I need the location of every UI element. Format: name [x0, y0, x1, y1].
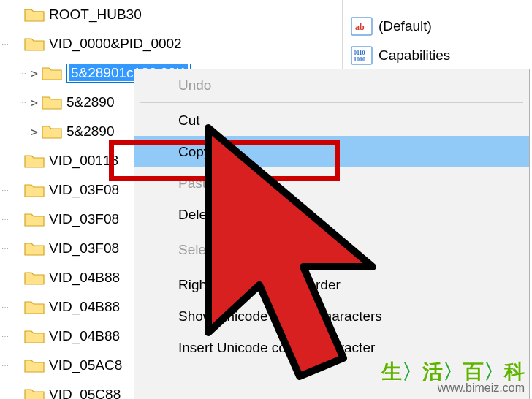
wm-char: 科	[504, 360, 525, 383]
tree-connector: ⋯	[0, 11, 10, 19]
value-label: Capabilities	[379, 48, 450, 64]
tree-connector: ⋯	[0, 332, 10, 341]
tree-item-label: VID_05C88	[49, 387, 121, 399]
tree-expander[interactable]: >	[27, 96, 42, 110]
ctx-label: Select All	[178, 242, 235, 258]
folder-icon	[24, 182, 45, 198]
tree-connector: ⋯	[0, 362, 10, 370]
watermark: 生〉活〉百〉科 www.bimeiz.com	[381, 361, 525, 395]
tree-connector: ⋯	[0, 216, 10, 224]
tree-connector: ⋯	[0, 157, 10, 165]
folder-icon	[24, 270, 45, 286]
tree-item-label: ROOT_HUB30	[49, 7, 142, 23]
folder-icon	[24, 240, 45, 256]
tree-connector: ⋯	[18, 99, 27, 107]
tree-item-label: VID_0000&PID_0002	[49, 36, 182, 52]
tree-connector: ⋯	[0, 303, 10, 311]
ctx-select-all[interactable]: Select All	[134, 234, 529, 265]
folder-icon	[24, 36, 45, 52]
tree-connector: ⋯	[0, 391, 10, 399]
wm-char: 百	[463, 360, 484, 383]
wm-char: 生	[381, 360, 402, 383]
tree-connector: ⋯	[0, 186, 10, 194]
folder-icon	[24, 357, 45, 373]
folder-icon	[42, 65, 62, 81]
ctx-separator	[140, 267, 523, 267]
value-row-default[interactable]: ab (Default)	[345, 12, 532, 41]
ctx-copy[interactable]: Copy	[134, 136, 529, 167]
tree-connector: ⋯	[18, 69, 27, 77]
binary-value-icon: 01101010	[351, 46, 373, 65]
folder-icon	[24, 328, 45, 344]
ctx-label: Undo	[178, 77, 211, 94]
tree-expander[interactable]: >	[27, 66, 42, 80]
ctx-cut[interactable]: Cut	[134, 104, 529, 136]
ctx-show-unicode[interactable]: Show Unicode control characters	[134, 300, 529, 332]
ctx-undo[interactable]: Undo	[134, 69, 529, 101]
ctx-delete[interactable]: Delete	[134, 199, 529, 230]
value-label: (Default)	[379, 18, 432, 34]
tree-item-label: VID_05AC8	[49, 357, 122, 373]
tree-item-label: VID_00118	[49, 153, 118, 169]
ctx-insert-unicode[interactable]: Insert Unicode control character	[134, 332, 529, 363]
ctx-label: Show Unicode control characters	[178, 308, 382, 324]
ctx-paste[interactable]: Paste	[134, 167, 529, 199]
tree-item-label: VID_03F08	[49, 182, 119, 198]
svg-text:1010: 1010	[354, 56, 365, 63]
ctx-separator	[140, 232, 523, 232]
ctx-label: Paste	[178, 175, 214, 191]
ctx-label: Insert Unicode control character	[178, 340, 375, 356]
folder-icon	[42, 94, 62, 110]
tree-item-label: VID_04B88	[49, 328, 120, 344]
ctx-separator	[140, 102, 523, 103]
watermark-logo: 生〉活〉百〉科	[381, 361, 525, 382]
context-menu: Undo Cut Copy Paste Delete Select All Ri…	[134, 69, 530, 399]
folder-icon	[24, 153, 45, 169]
svg-text:ab: ab	[355, 22, 365, 32]
tree-expander[interactable]: >	[27, 125, 42, 139]
tree-connector: ⋯	[18, 128, 27, 136]
ctx-label: Right to left Reading order	[178, 277, 341, 293]
folder-icon	[24, 7, 45, 23]
folder-icon	[24, 299, 45, 315]
wm-char: 活	[422, 360, 443, 383]
ctx-label: Cut	[178, 113, 200, 129]
folder-icon	[24, 387, 45, 399]
ctx-rtl[interactable]: Right to left Reading order	[134, 269, 529, 300]
ctx-label: Delete	[178, 207, 218, 223]
folder-icon	[42, 123, 62, 140]
tree-item-label: 5&2890	[66, 94, 115, 110]
string-value-icon: ab	[351, 17, 373, 36]
svg-text:0110: 0110	[354, 50, 365, 56]
tree-item-root-hub30[interactable]: ⋯ ROOT_HUB30	[0, 0, 342, 29]
ctx-label: Copy	[178, 144, 210, 160]
watermark-url: www.bimeiz.com	[381, 382, 525, 395]
chevron-right-icon: 〉	[443, 360, 463, 383]
tree-connector: ⋯	[0, 40, 10, 48]
tree-item-label: VID_03F08	[49, 240, 119, 256]
folder-icon	[24, 211, 45, 227]
tree-connector: ⋯	[0, 245, 10, 253]
value-row-capabilities[interactable]: 01101010 Capabilities	[345, 41, 532, 70]
tree-connector: ⋯	[0, 274, 10, 282]
tree-item-vid0000[interactable]: ⋯ VID_0000&PID_0002	[0, 29, 342, 58]
tree-item-label: VID_04B88	[49, 270, 120, 286]
chevron-right-icon: 〉	[484, 360, 504, 383]
tree-item-label: 5&2890	[66, 123, 115, 140]
tree-item-label: VID_03F08	[49, 211, 119, 227]
tree-item-label: VID_04B88	[49, 299, 120, 315]
chevron-right-icon: 〉	[402, 360, 422, 383]
